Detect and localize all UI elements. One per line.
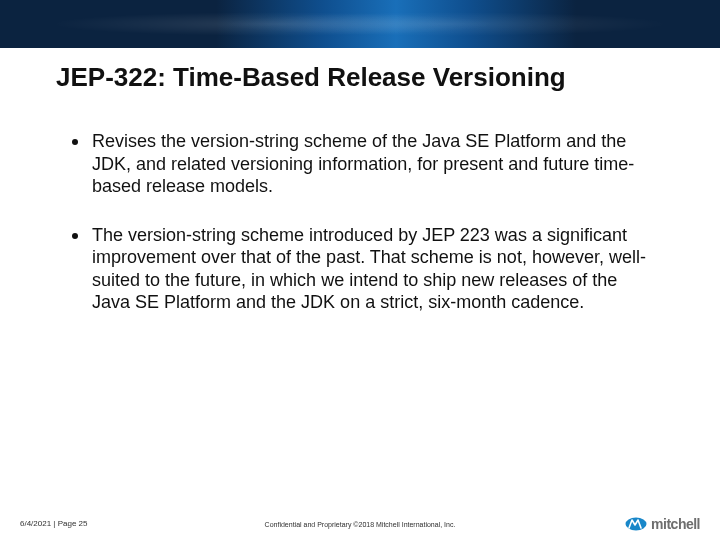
- slide: JEP-322: Time-Based Release Versioning R…: [0, 0, 720, 540]
- logo-mark-icon: [625, 517, 647, 531]
- slide-footer: 6/4/2021 | Page 25 Confidential and Prop…: [0, 506, 720, 540]
- header-banner: [0, 0, 720, 48]
- bullet-text: Revises the version-string scheme of the…: [92, 130, 660, 198]
- slide-body: Revises the version-string scheme of the…: [72, 130, 660, 340]
- bullet-dot-icon: [72, 139, 78, 145]
- footer-confidential: Confidential and Proprietary ©2018 Mitch…: [265, 521, 456, 528]
- logo-text: mitchell: [651, 516, 700, 532]
- company-logo: mitchell: [625, 516, 700, 532]
- slide-title: JEP-322: Time-Based Release Versioning: [56, 62, 566, 93]
- bullet-item: Revises the version-string scheme of the…: [72, 130, 660, 198]
- bullet-text: The version-string scheme introduced by …: [92, 224, 660, 314]
- footer-date-page: 6/4/2021 | Page 25: [20, 519, 87, 528]
- bullet-item: The version-string scheme introduced by …: [72, 224, 660, 314]
- bullet-dot-icon: [72, 233, 78, 239]
